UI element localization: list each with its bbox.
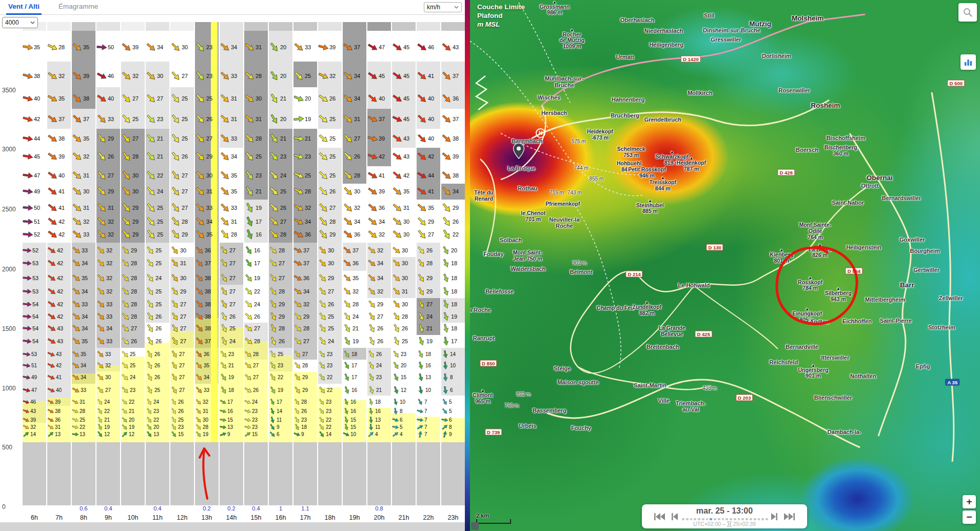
- wind-speed-value: 29: [132, 205, 139, 211]
- map-label: Goxwiller: [899, 237, 925, 243]
- wind-speed-value: 13: [80, 431, 85, 437]
- wind-speed-value: 7: [424, 431, 427, 437]
- wind-speed-value: 23: [326, 399, 331, 405]
- map-label: ▲Ungersberg901 m: [798, 364, 828, 380]
- hour-label-17h[interactable]: 1.117h: [293, 505, 317, 522]
- wind-speed-value: 37: [303, 260, 309, 266]
- wind-cell: 23: [244, 424, 258, 430]
- wind-speed-value: 35: [206, 231, 212, 238]
- step-back-button[interactable]: [669, 512, 681, 522]
- wind-cell: 21: [244, 188, 262, 195]
- wind-cell: 26: [121, 338, 137, 344]
- wind-cell: 25: [146, 218, 163, 225]
- wind-speed-value: 25: [182, 116, 188, 122]
- tab-vent-alti[interactable]: Vent / Alti: [6, 3, 42, 15]
- wind-cell: 30: [392, 247, 408, 253]
- wind-cell: 34: [72, 313, 88, 320]
- step-forward-button[interactable]: [768, 512, 780, 522]
- wind-speed-value: 29: [453, 205, 459, 211]
- wind-cell: 30: [392, 275, 408, 281]
- hour-extra-value: 0.4: [96, 505, 120, 512]
- hour-label-15h[interactable]: 0.415h: [244, 505, 268, 522]
- wind-speed-value: 38: [34, 73, 40, 79]
- tab-emagramme[interactable]: Émagramme: [56, 3, 100, 13]
- map[interactable]: Couche Limite Plafond m MSL ▲Grossmann98…: [470, 0, 980, 531]
- wind-cell: 36: [195, 247, 211, 253]
- wind-cell: 23: [195, 44, 212, 51]
- wind-cell: 27: [170, 338, 186, 344]
- hour-label-10h[interactable]: 10h: [121, 505, 145, 522]
- hour-label-14h[interactable]: 0.214h: [220, 505, 243, 522]
- map-label: Saint-Pierre: [880, 318, 912, 324]
- wind-speed-value: 14: [450, 351, 456, 357]
- zoom-in-button[interactable]: +: [963, 495, 976, 508]
- wind-cell: 25: [318, 115, 336, 123]
- altitude-select[interactable]: 4000: [2, 17, 38, 28]
- wind-speed-value: 38: [55, 408, 61, 414]
- wind-arrow-icon: [22, 386, 31, 394]
- hour-label-8h[interactable]: 0.68h: [72, 505, 95, 522]
- wind-speed-value: 25: [130, 363, 135, 368]
- wind-cell: 42: [392, 172, 409, 179]
- wind-speed-value: 25: [155, 301, 162, 307]
- unit-select[interactable]: km/h: [424, 2, 462, 12]
- wind-cell: 31: [220, 115, 237, 123]
- wind-cell: 26: [367, 351, 382, 357]
- wind-speed-value: 16: [254, 247, 260, 253]
- wind-cell: 18: [441, 288, 457, 294]
- hour-extra-value: 0.2: [220, 505, 243, 512]
- map-label: Villé: [658, 398, 670, 404]
- wind-cell: 37: [195, 338, 211, 344]
- wind-speed-value: 22: [254, 288, 260, 294]
- map-label: Neuviller-laRoche: [549, 216, 579, 229]
- wind-arrow-icon: [22, 43, 34, 51]
- altitude-tick: 3500: [2, 87, 18, 94]
- hour-label-18h[interactable]: 18h: [318, 505, 342, 522]
- wind-speed-value: 25: [328, 325, 334, 331]
- wind-arrow-icon: [244, 408, 252, 415]
- wind-speed-value: 26: [229, 313, 236, 320]
- wind-cell: 35: [195, 231, 212, 238]
- wind-speed-value: 34: [82, 288, 88, 294]
- wind-speed-value: 46: [428, 44, 434, 50]
- hourglass-icon: [727, 521, 732, 527]
- hour-label-12h[interactable]: 12h: [170, 505, 194, 522]
- hour-label-22h[interactable]: 22h: [417, 505, 440, 522]
- wind-speed-value: 29: [279, 313, 285, 320]
- search-button[interactable]: [958, 3, 977, 22]
- hour-label-11h[interactable]: 0.411h: [146, 505, 169, 522]
- hour-label-6h[interactable]: 6h: [23, 505, 46, 522]
- location-marker-pin[interactable]: [513, 143, 525, 159]
- wind-speed-value: 4: [400, 431, 403, 437]
- zoom-out-button[interactable]: −: [963, 510, 976, 524]
- wind-speed-value: 27: [180, 338, 186, 344]
- wind-speed-value: 20: [451, 247, 457, 253]
- wind-cell: 32: [47, 72, 65, 80]
- wind-speed-value: 33: [81, 387, 86, 393]
- wind-cell: 16: [367, 408, 381, 414]
- wind-speed-value: 32: [108, 231, 114, 238]
- wind-speed-value: 29: [428, 219, 434, 225]
- cloud-cover-top: [441, 22, 465, 31]
- hour-label-23h[interactable]: 23h: [441, 505, 465, 522]
- wind-cell: 27: [220, 288, 236, 294]
- hour-label-21h[interactable]: 21h: [392, 505, 416, 522]
- attribution-toggle[interactable]: [471, 522, 479, 530]
- hour-label-19h[interactable]: 19h: [343, 505, 366, 522]
- wind-speed-value: 29: [108, 135, 114, 142]
- hour-label-9h[interactable]: 0.49h: [96, 505, 120, 522]
- wind-speed-value: 25: [80, 417, 85, 423]
- road-badge: D 425: [695, 331, 712, 338]
- hour-label-20h[interactable]: 0.820h: [367, 505, 391, 522]
- wind-cell: 25: [146, 387, 160, 393]
- hour-label-13h[interactable]: 0.213h: [195, 505, 219, 522]
- skip-to-start-button[interactable]: [653, 512, 665, 522]
- wind-speed-value: 27: [254, 325, 260, 331]
- wind-cell: 11: [269, 417, 282, 423]
- hour-label-7h[interactable]: 7h: [47, 505, 71, 522]
- hour-label-16h[interactable]: 116h: [269, 505, 292, 522]
- skip-to-end-button[interactable]: [783, 512, 796, 522]
- timeline-progress[interactable]: [682, 518, 768, 520]
- stats-button[interactable]: [961, 54, 976, 70]
- wind-speed-value: 23: [301, 417, 307, 423]
